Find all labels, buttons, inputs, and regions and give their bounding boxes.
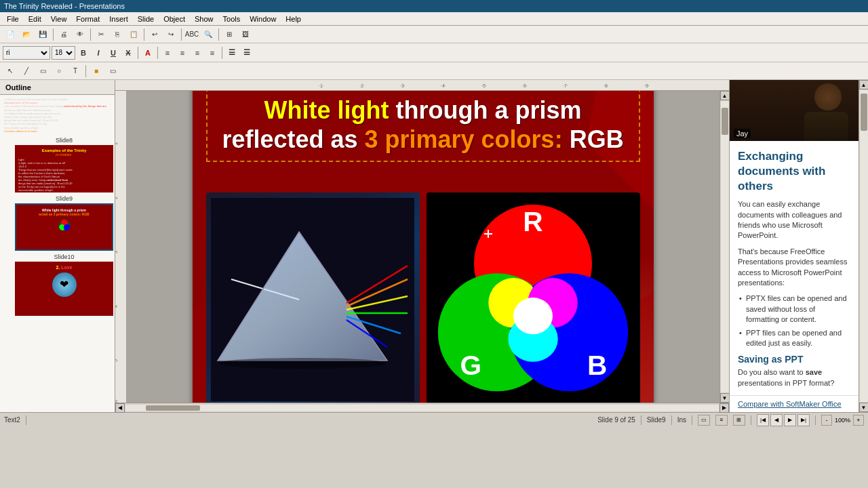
menu-insert[interactable]: Insert bbox=[105, 14, 132, 24]
font-size-selector[interactable]: 18 bbox=[52, 46, 75, 60]
status-sep1 bbox=[26, 415, 26, 425]
sep8 bbox=[222, 47, 222, 59]
sep3 bbox=[144, 28, 144, 41]
print-btn[interactable]: 🖨 bbox=[56, 27, 71, 42]
right-scrollbar-thumb[interactable] bbox=[861, 94, 867, 131]
titlebar: The Trinity Revealed - Presentations bbox=[0, 0, 868, 12]
title-yellow-text: White light bbox=[264, 96, 389, 124]
italic-btn[interactable]: I bbox=[92, 46, 105, 60]
right-scroll-down[interactable]: ▼ bbox=[859, 403, 869, 412]
status-sep4 bbox=[692, 415, 692, 425]
copy-btn[interactable]: ⎘ bbox=[110, 27, 125, 42]
line-color-btn[interactable]: ▭ bbox=[105, 64, 120, 79]
svg-text:·5·: ·5· bbox=[481, 83, 487, 88]
menu-format[interactable]: Format bbox=[72, 14, 104, 24]
zoom-in-btn[interactable]: + bbox=[853, 415, 864, 426]
svg-point-40 bbox=[513, 298, 553, 334]
panel-tab-label: Outline bbox=[5, 83, 31, 92]
slide-item-8[interactable]: Slide8 Examples of the Trinity in creati… bbox=[1, 137, 113, 192]
save-btn[interactable]: 💾 bbox=[35, 27, 50, 42]
view-normal-btn[interactable]: ▭ bbox=[698, 415, 710, 426]
preview-btn[interactable]: 👁 bbox=[73, 27, 87, 42]
view-slide-btn[interactable]: ⊞ bbox=[733, 415, 745, 426]
menu-tools[interactable]: Tools bbox=[219, 14, 245, 24]
menu-slide[interactable]: Slide bbox=[134, 14, 158, 24]
menu-window[interactable]: Window bbox=[245, 14, 280, 24]
nav-prev-btn[interactable]: ◀ bbox=[770, 414, 783, 426]
right-para1: You can easily exchange documents with c… bbox=[738, 199, 850, 241]
slide-title-box[interactable]: White light through a prism reflected as… bbox=[206, 91, 640, 162]
nav-next-btn[interactable]: ▶ bbox=[784, 414, 796, 426]
numbering-btn[interactable]: ☰ bbox=[240, 46, 254, 60]
slide-thumb-10[interactable]: 2. Love ❤ bbox=[15, 262, 113, 316]
scroll-down-btn[interactable]: ▼ bbox=[720, 393, 730, 403]
scroll-up-btn[interactable]: ▲ bbox=[720, 91, 730, 100]
right-scroll-up[interactable]: ▲ bbox=[859, 80, 869, 89]
zoom-out-btn[interactable]: - bbox=[821, 415, 832, 426]
menu-edit[interactable]: Edit bbox=[24, 14, 45, 24]
nav-first-btn[interactable]: |◀ bbox=[757, 414, 769, 426]
ellipse-btn[interactable]: ○ bbox=[52, 64, 66, 79]
vertical-scrollbar[interactable]: ▲ ▼ bbox=[719, 91, 729, 403]
font-color-btn[interactable]: A bbox=[141, 46, 155, 60]
font-selector[interactable]: ri bbox=[3, 46, 50, 60]
title-text: The Trinity Revealed - Presentations bbox=[4, 2, 125, 10]
status-slide-info: Slide 9 of 25 bbox=[597, 416, 635, 424]
menu-object[interactable]: Object bbox=[159, 14, 189, 24]
menu-show[interactable]: Show bbox=[191, 14, 218, 24]
justify-btn[interactable]: ≡ bbox=[205, 46, 219, 60]
webcam-label: Jay bbox=[734, 129, 751, 138]
slide-viewport: 1 2 3 4 5 6 bbox=[115, 91, 729, 403]
right-panel-scrollbar[interactable]: ▲ ▼ bbox=[859, 80, 868, 412]
center-area: ·1· ·2· ·3· ·4· ·5· ·6· ·7· ·8· ·9· 1 2 … bbox=[115, 80, 729, 412]
menu-help[interactable]: Help bbox=[281, 14, 305, 24]
compare-link[interactable]: Compare with SoftMaker Office bbox=[730, 395, 859, 412]
zoom-level: 100% bbox=[835, 417, 850, 424]
slide-canvas[interactable]: White light through a prism reflected as… bbox=[126, 91, 719, 403]
align-right-btn[interactable]: ≡ bbox=[191, 46, 204, 60]
rect-btn[interactable]: ▭ bbox=[35, 64, 50, 79]
sep1 bbox=[53, 28, 54, 41]
paste-btn[interactable]: 📋 bbox=[126, 27, 141, 42]
insert-table-btn[interactable]: ⊞ bbox=[222, 27, 237, 42]
open-btn[interactable]: 📂 bbox=[19, 27, 34, 42]
align-center-btn[interactable]: ≡ bbox=[176, 46, 189, 60]
status-slide-name: Slide9 bbox=[647, 416, 666, 424]
slide-item-9[interactable]: Slide9 White light through a prism ected… bbox=[1, 195, 113, 251]
menu-file[interactable]: File bbox=[3, 14, 23, 24]
underline-btn[interactable]: U bbox=[106, 46, 120, 60]
line-btn[interactable]: ╱ bbox=[19, 64, 34, 79]
nav-last-btn[interactable]: ▶| bbox=[797, 414, 810, 426]
slide-item-10[interactable]: Slide10 2. Love ❤ bbox=[1, 253, 113, 316]
view-outline-btn[interactable]: ≡ bbox=[715, 415, 728, 426]
slide-thumb-8[interactable]: Examples of the Trinity in creation. Lig… bbox=[15, 145, 113, 192]
horizontal-scrollbar[interactable]: ◀ ▶ bbox=[115, 403, 729, 412]
fill-color-btn[interactable]: ■ bbox=[89, 64, 104, 79]
svg-text:5: 5 bbox=[115, 359, 118, 362]
scroll-right-btn[interactable]: ▶ bbox=[719, 403, 729, 413]
strikethrough-btn[interactable]: X bbox=[121, 46, 135, 60]
ruler-horizontal: ·1· ·2· ·3· ·4· ·5· ·6· ·7· ·8· ·9· bbox=[115, 80, 729, 91]
panel-tab[interactable]: Outline bbox=[0, 80, 115, 95]
format-toolbar: ri 18 B I U X A ≡ ≡ ≡ ≡ ☰ ☰ bbox=[0, 43, 868, 62]
cut-btn[interactable]: ✂ bbox=[94, 27, 108, 42]
creation-link[interactable]: Creation reflects its Creator. bbox=[4, 129, 111, 133]
bold-btn[interactable]: B bbox=[77, 46, 90, 60]
find-btn[interactable]: 🔍 bbox=[201, 27, 216, 42]
redo-btn[interactable]: ↪ bbox=[163, 27, 178, 42]
slide-thumb-9[interactable]: White light through a prism ected as 3 p… bbox=[15, 203, 113, 251]
scrollbar-thumb[interactable] bbox=[722, 108, 728, 135]
select-btn[interactable]: ↖ bbox=[3, 64, 18, 79]
scroll-left-btn[interactable]: ◀ bbox=[115, 403, 125, 413]
insert-img-btn[interactable]: 🖼 bbox=[238, 27, 253, 42]
spell-btn[interactable]: ABC bbox=[184, 27, 199, 42]
prism-image-area bbox=[206, 192, 420, 403]
bullets-btn[interactable]: ☰ bbox=[225, 46, 239, 60]
align-left-btn[interactable]: ≡ bbox=[161, 46, 174, 60]
h-scrollbar-thumb[interactable] bbox=[146, 405, 200, 411]
text-btn[interactable]: T bbox=[68, 64, 83, 79]
menu-view[interactable]: View bbox=[47, 14, 71, 24]
undo-btn[interactable]: ↩ bbox=[147, 27, 162, 42]
slide-text-content: is God he created and reveals them. For … bbox=[4, 98, 111, 133]
new-btn[interactable]: 📄 bbox=[3, 27, 18, 42]
